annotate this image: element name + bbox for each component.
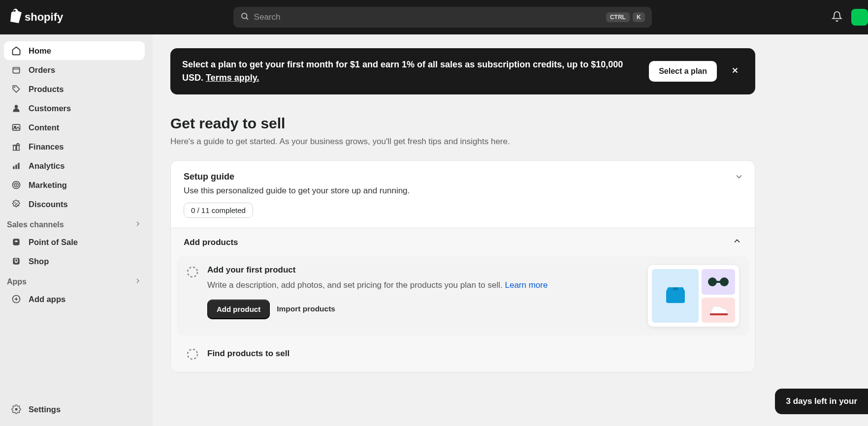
setup-guide-card: Setup guide Use this personalized guide … xyxy=(170,160,755,372)
profile-avatar[interactable] xyxy=(851,9,868,26)
task-add-first-product: Add your first product Write a descripti… xyxy=(177,256,749,335)
sidebar-item-content[interactable]: Content xyxy=(4,118,145,137)
svg-point-3 xyxy=(14,87,15,88)
brand-name: shopify xyxy=(25,11,63,24)
customers-icon xyxy=(11,103,22,114)
marketing-icon xyxy=(11,180,22,190)
progress-badge: 0 / 11 completed xyxy=(184,203,253,218)
terms-link[interactable]: Terms apply. xyxy=(206,73,259,83)
hero: Get ready to sell Here's a guide to get … xyxy=(170,115,755,147)
page-subtitle: Here's a guide to get started. As your b… xyxy=(170,137,755,147)
sidebar-item-marketing[interactable]: Marketing xyxy=(4,176,145,194)
setup-guide-title: Setup guide xyxy=(184,172,742,182)
orders-icon xyxy=(11,64,22,75)
search-input[interactable] xyxy=(254,12,601,22)
shopify-bag-icon xyxy=(9,8,22,26)
svg-rect-7 xyxy=(13,145,20,146)
learn-more-link[interactable]: Learn more xyxy=(505,280,547,290)
discounts-icon xyxy=(11,199,22,210)
sidebar-item-shop[interactable]: Shop xyxy=(4,252,145,271)
sidebar-item-orders[interactable]: Orders xyxy=(4,61,145,79)
sidebar-item-finances[interactable]: Finances xyxy=(4,137,145,156)
sidebar-item-add-apps[interactable]: Add apps xyxy=(4,290,145,308)
notifications-icon[interactable] xyxy=(832,11,842,24)
svg-point-0 xyxy=(242,13,247,19)
analytics-icon xyxy=(11,160,22,171)
import-products-button[interactable]: Import products xyxy=(277,304,335,313)
svg-rect-8 xyxy=(13,166,14,169)
chevron-right-icon xyxy=(134,220,142,230)
svg-line-1 xyxy=(246,18,248,20)
chevron-right-icon xyxy=(134,277,142,287)
sidebar: HomeOrdersProductsCustomersContentFinanc… xyxy=(0,34,153,386)
task-description: Write a description, add photos, and set… xyxy=(207,279,639,292)
sidebar-item-discounts[interactable]: Discounts xyxy=(4,195,145,213)
search-shortcut: CTRL K xyxy=(606,12,645,22)
sales-channels-header[interactable]: Sales channels xyxy=(0,214,149,233)
svg-point-14 xyxy=(14,202,16,204)
apps-header[interactable]: Apps xyxy=(0,271,149,290)
task-incomplete-icon[interactable] xyxy=(187,348,198,360)
add-product-button[interactable]: Add product xyxy=(207,300,270,319)
search-icon xyxy=(240,12,249,23)
products-icon xyxy=(11,84,22,94)
task-illustration xyxy=(648,265,739,327)
sidebar-item-analytics[interactable]: Analytics xyxy=(4,156,145,175)
content-icon xyxy=(11,122,22,133)
setup-guide-subtitle: Use this personalized guide to get your … xyxy=(184,186,742,196)
svg-point-13 xyxy=(16,184,17,185)
svg-point-24 xyxy=(188,267,197,277)
chevron-down-icon[interactable] xyxy=(734,172,744,183)
global-search[interactable]: CTRL K xyxy=(233,7,652,28)
svg-point-26 xyxy=(708,277,717,286)
main-content: Select a plan to get your first month fo… xyxy=(153,34,773,386)
shop-icon xyxy=(11,256,22,267)
task-incomplete-icon[interactable] xyxy=(187,266,198,278)
svg-point-27 xyxy=(720,277,729,286)
finances-icon xyxy=(11,141,22,152)
chevron-up-icon xyxy=(732,236,742,248)
plus-circle-icon xyxy=(11,294,22,304)
page-title: Get ready to sell xyxy=(170,115,755,132)
brand-logo[interactable]: shopify xyxy=(9,8,63,26)
svg-rect-28 xyxy=(716,281,721,283)
svg-point-15 xyxy=(17,205,18,206)
svg-rect-29 xyxy=(710,313,728,315)
svg-rect-2 xyxy=(13,67,19,73)
sidebar-item-point-of-sale[interactable]: Point of Sale xyxy=(4,233,145,251)
sidebar-item-home[interactable]: Home xyxy=(4,41,145,60)
home-icon xyxy=(11,45,22,56)
sidebar-item-customers[interactable]: Customers xyxy=(4,99,145,118)
task-title: Add your first product xyxy=(207,265,639,275)
banner-text: Select a plan to get your first month fo… xyxy=(182,58,639,85)
svg-point-30 xyxy=(188,349,197,359)
plan-banner: Select a plan to get your first month fo… xyxy=(170,48,755,94)
sidebar-item-products[interactable]: Products xyxy=(4,80,145,98)
svg-rect-9 xyxy=(15,165,17,169)
close-icon[interactable] xyxy=(727,62,743,81)
svg-rect-25 xyxy=(673,287,678,290)
svg-point-4 xyxy=(15,105,18,108)
select-plan-button[interactable]: Select a plan xyxy=(649,61,717,82)
topbar: shopify CTRL K xyxy=(0,0,868,34)
task-find-products[interactable]: Find products to sell xyxy=(177,341,749,366)
pos-icon xyxy=(11,237,22,247)
accordion-header-add-products[interactable]: Add products xyxy=(171,228,755,256)
svg-rect-10 xyxy=(18,163,19,169)
